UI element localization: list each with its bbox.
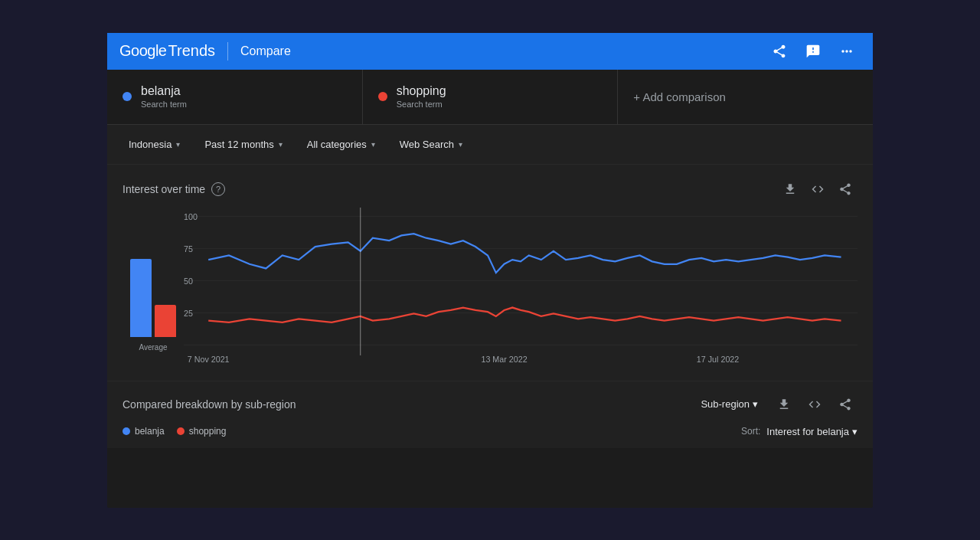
- term-2-label: Search term: [397, 100, 446, 109]
- download-chart-button[interactable]: [778, 177, 802, 201]
- svg-text:25: 25: [184, 308, 193, 317]
- search-type-filter[interactable]: Web Search ▾: [390, 134, 472, 155]
- legend-shopping-label: shopping: [189, 426, 227, 437]
- average-label: Average: [139, 343, 167, 352]
- country-arrow-icon: ▾: [176, 140, 180, 149]
- term-2-name: shopping: [397, 84, 446, 98]
- svg-text:100: 100: [184, 211, 198, 221]
- bar-belanja: [130, 259, 152, 337]
- search-type-arrow-icon: ▾: [459, 140, 462, 149]
- share-subregion-button[interactable]: [833, 392, 858, 417]
- help-icon[interactable]: ?: [211, 182, 225, 196]
- subregion-section: Compared breakdown by sub-region Sub-reg…: [107, 381, 873, 448]
- subregion-view-label: Sub-region: [701, 398, 750, 410]
- chart-header: Interest over time ?: [122, 177, 858, 201]
- line-chart-svg: 100 75 50 25 7 Nov 2021 13 Mar 2022 17 J…: [184, 208, 858, 368]
- search-type-label: Web Search: [400, 139, 454, 150]
- svg-text:50: 50: [184, 276, 193, 285]
- sort-label: Sort:: [741, 426, 760, 437]
- google-wordmark: Google: [119, 42, 167, 60]
- header: Google Trends Compare: [107, 33, 873, 70]
- line-chart-area: 100 75 50 25 7 Nov 2021 13 Mar 2022 17 J…: [184, 208, 858, 368]
- term-dot-red: [378, 92, 387, 101]
- header-actions: [766, 38, 861, 65]
- embed-subregion-button[interactable]: [802, 392, 827, 417]
- categories-filter[interactable]: All categories ▾: [298, 134, 384, 155]
- subregion-arrow-icon: ▾: [753, 398, 758, 410]
- country-filter[interactable]: Indonesia ▾: [119, 134, 189, 155]
- country-label: Indonesia: [129, 139, 172, 150]
- legend-belanja-label: belanja: [135, 426, 165, 437]
- subregion-header: Compared breakdown by sub-region Sub-reg…: [122, 392, 858, 417]
- chart-title-row: Interest over time ?: [122, 182, 225, 196]
- legend-dot-blue: [122, 427, 130, 435]
- chart-action-buttons: [778, 177, 858, 201]
- term-dot-blue: [122, 92, 132, 101]
- feedback-button[interactable]: [799, 38, 827, 65]
- header-divider: [227, 42, 228, 61]
- search-term-2[interactable]: shopping Search term: [363, 70, 619, 124]
- subregion-title: Compared breakdown by sub-region: [122, 398, 296, 411]
- filters-bar: Indonesia ▾ Past 12 months ▾ All categor…: [107, 125, 873, 165]
- trends-wordmark: Trends: [168, 42, 216, 60]
- main-container: Google Trends Compare belanja Search ter…: [107, 33, 873, 508]
- sort-value: Interest for belanja: [766, 426, 849, 437]
- legend-row: belanja shopping: [122, 426, 226, 437]
- subregion-footer: belanja shopping Sort: Interest for bela…: [122, 426, 858, 437]
- svg-text:13 Mar 2022: 13 Mar 2022: [481, 354, 527, 363]
- download-subregion-button[interactable]: [772, 392, 796, 417]
- time-range-filter[interactable]: Past 12 months ▾: [195, 134, 291, 155]
- svg-text:7 Nov 2021: 7 Nov 2021: [188, 354, 230, 363]
- chart-body: Average 100 75 50 25: [122, 208, 858, 368]
- legend-dot-red: [177, 427, 185, 435]
- svg-text:75: 75: [184, 244, 193, 253]
- sort-arrow-icon: ▾: [852, 426, 858, 437]
- add-comparison-label: + Add comparison: [633, 90, 726, 103]
- term-1-info: belanja Search term: [141, 84, 187, 109]
- term-2-info: shopping Search term: [397, 84, 446, 109]
- term-1-label: Search term: [141, 100, 187, 109]
- search-terms-bar: belanja Search term shopping Search term…: [107, 70, 873, 125]
- legend-belanja: belanja: [122, 426, 165, 437]
- chart-title: Interest over time: [122, 183, 205, 195]
- logo: Google Trends: [119, 42, 215, 60]
- categories-label: All categories: [307, 139, 367, 150]
- search-term-1[interactable]: belanja Search term: [107, 70, 363, 124]
- categories-arrow-icon: ▾: [371, 140, 375, 149]
- time-range-arrow-icon: ▾: [279, 140, 283, 149]
- subregion-controls: Sub-region ▾: [693, 392, 858, 417]
- sort-select[interactable]: Interest for belanja ▾: [766, 426, 858, 437]
- sort-row: Sort: Interest for belanja ▾: [741, 426, 858, 437]
- term-1-name: belanja: [141, 84, 187, 98]
- legend-shopping: shopping: [177, 426, 227, 437]
- compare-label: Compare: [240, 44, 291, 58]
- embed-chart-button[interactable]: [805, 177, 830, 201]
- share-chart-button[interactable]: [833, 177, 858, 201]
- add-comparison-button[interactable]: + Add comparison: [618, 70, 873, 124]
- share-button[interactable]: [766, 38, 793, 65]
- time-range-label: Past 12 months: [204, 139, 273, 150]
- svg-text:17 Jul 2022: 17 Jul 2022: [697, 354, 739, 363]
- subregion-view-button[interactable]: Sub-region ▾: [693, 395, 766, 413]
- bar-shopping: [155, 305, 176, 337]
- apps-button[interactable]: [833, 38, 861, 65]
- average-bars: Average: [122, 208, 184, 368]
- chart-section: Interest over time ?: [107, 165, 873, 381]
- bars-row: [130, 245, 176, 337]
